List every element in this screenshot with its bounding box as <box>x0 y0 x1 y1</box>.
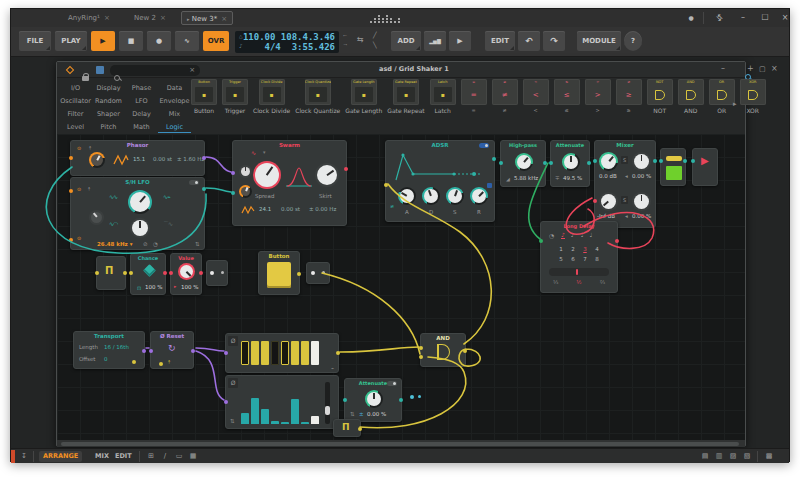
category-delay[interactable]: Delay <box>125 110 158 118</box>
port-in-2[interactable] <box>419 355 423 359</box>
port-in[interactable] <box>659 159 663 163</box>
note-value-row[interactable]: ♪♪♩♩ <box>561 231 592 239</box>
port-in[interactable] <box>343 398 347 402</box>
palette-item-or[interactable]: OROR <box>709 79 735 114</box>
module-merge-2[interactable] <box>306 262 330 284</box>
gate-step[interactable] <box>311 341 319 365</box>
port-in[interactable] <box>210 271 214 275</box>
slope-up-icon[interactable]: ╱ <box>373 31 377 38</box>
gain2-value[interactable]: -Inf dB <box>597 213 615 219</box>
punch-out-icon[interactable]: ¬ <box>343 41 347 47</box>
phase-input-badge[interactable]: Ø <box>228 378 238 388</box>
port-gate-out[interactable] <box>132 360 136 364</box>
gain-value[interactable]: 49.5 % <box>563 175 582 181</box>
note-value-option[interactable]: ♪ <box>571 231 575 239</box>
close-window-icon[interactable]: × <box>777 11 793 25</box>
note-value-option[interactable]: ♩ <box>590 231 593 239</box>
delay-multiplier-option[interactable]: 3 <box>579 244 591 254</box>
port-phase-out[interactable] <box>142 349 146 353</box>
gear-icon[interactable]: ⊙ <box>77 145 81 151</box>
offset-value[interactable]: 0 <box>104 356 108 362</box>
fraction-row[interactable]: ⅓½⅔ <box>553 279 605 285</box>
shape-knob[interactable] <box>89 210 104 225</box>
tab-close-icon[interactable]: × <box>221 15 227 23</box>
palette-more-icon[interactable]: ▸ <box>733 100 737 108</box>
wave-glyph[interactable]: ∿◠ <box>109 220 117 227</box>
gain-value[interactable]: 0.00 % <box>367 411 386 417</box>
module-audio-out[interactable]: ▶ <box>692 148 718 186</box>
port-phase-in[interactable] <box>224 351 228 355</box>
palette-tile[interactable]: Trigger▪ <box>222 79 248 105</box>
spread-knob[interactable] <box>253 161 281 189</box>
mode-icon[interactable]: ⌁ <box>331 365 334 371</box>
tab-new3-active[interactable]: ▸ New 3*× <box>181 11 233 25</box>
palette-tile[interactable]: >> <box>585 79 611 105</box>
port-out[interactable] <box>123 271 127 275</box>
step-bar[interactable] <box>251 398 259 424</box>
mixer-panel-icon[interactable]: ▩ <box>763 451 775 462</box>
port-in[interactable] <box>69 156 73 160</box>
port-phase-in[interactable] <box>224 400 228 404</box>
port-out[interactable] <box>191 349 195 353</box>
help-button[interactable]: ? <box>624 31 642 51</box>
note-value-option[interactable]: ♩ <box>581 231 584 239</box>
gate-step-strip[interactable] <box>241 341 319 365</box>
slew-knob[interactable] <box>130 218 150 238</box>
delay-multiplier-option[interactable]: 7 <box>579 254 591 264</box>
arrange-view-button[interactable]: ARRANGE <box>39 451 82 462</box>
minimize-icon[interactable]: – <box>735 11 751 25</box>
module-mixer[interactable]: Mixer S 0.0 dB ◂ 0.00 % S -Inf dB ◂ 0.00… <box>594 140 656 228</box>
module-transport[interactable]: Transport Length 16 / 16th Offset 0 <box>73 331 145 369</box>
gear-icon[interactable]: ⊙ <box>77 186 81 192</box>
step-bar[interactable] <box>261 409 269 424</box>
palette-item-not[interactable]: NOTNOT <box>647 79 673 114</box>
port-in[interactable] <box>129 271 133 275</box>
rate-knob[interactable] <box>128 190 152 214</box>
redo-button[interactable]: ↷ <box>543 31 565 51</box>
tab-new2[interactable]: New 2× <box>129 11 171 25</box>
edit-view-button[interactable]: EDIT <box>115 451 132 462</box>
port-out[interactable] <box>399 398 403 402</box>
port-out[interactable] <box>653 159 657 163</box>
port-out[interactable] <box>297 272 301 276</box>
grid-view-icon[interactable]: ▦ <box>187 451 199 462</box>
value-knob[interactable] <box>178 263 195 280</box>
gate-step[interactable] <box>241 341 249 365</box>
clock-icon[interactable]: ◔ <box>549 232 554 239</box>
fullscreen-icon[interactable]: ⇆ <box>708 7 729 28</box>
step-bar[interactable] <box>271 421 279 424</box>
palette-tile[interactable]: Button▪ <box>191 79 217 105</box>
palette-item--[interactable]: ≥≥≥ <box>616 79 642 113</box>
category-envelope[interactable]: Envelope <box>158 97 191 105</box>
palette-item-clock-quantize[interactable]: Clock Quantize▪Clock Quantize <box>295 79 340 114</box>
gain1-value[interactable]: 0.0 dB <box>599 173 617 179</box>
mode-toggle[interactable] <box>189 180 199 185</box>
zoom-out-icon[interactable]: – <box>721 64 725 73</box>
dropdown-icon[interactable]: ▾ <box>263 149 266 155</box>
module-merge[interactable] <box>206 260 228 286</box>
palette-item--[interactable]: ≠≠≠ <box>492 79 518 113</box>
palette-tile[interactable]: Gate Repeat▪ <box>393 79 419 105</box>
palette-tile[interactable]: XOR <box>740 79 766 105</box>
overdub-button[interactable]: OVR <box>203 31 229 51</box>
time-slider[interactable] <box>549 268 609 276</box>
palette-item-gate-length[interactable]: Gate Length▪Gate Length <box>345 79 382 114</box>
port-in[interactable] <box>95 271 99 275</box>
port-out[interactable] <box>199 271 203 275</box>
port-out[interactable] <box>344 167 348 171</box>
category-io[interactable]: I/O <box>59 84 92 92</box>
envelope-display[interactable] <box>394 151 488 183</box>
port-in[interactable] <box>499 161 503 165</box>
stop-button[interactable]: ■ <box>119 31 143 51</box>
wave-select-icon[interactable]: ∿ <box>251 149 256 156</box>
port-in[interactable] <box>169 271 173 275</box>
edit-button[interactable]: EDIT <box>485 31 515 51</box>
palette-tile[interactable]: Clock Quantize▪ <box>305 79 331 105</box>
add-button[interactable]: ADD <box>391 31 421 51</box>
tab-close-icon[interactable]: × <box>104 14 110 22</box>
snap-icon[interactable]: ⊞ <box>145 451 157 462</box>
palette-tile[interactable]: ≠≠ <box>492 79 518 105</box>
semitone-value[interactable]: 0.00 st <box>153 156 172 162</box>
play-button[interactable]: ▶ <box>91 31 115 51</box>
maximize-icon[interactable]: ☐ <box>757 11 773 25</box>
